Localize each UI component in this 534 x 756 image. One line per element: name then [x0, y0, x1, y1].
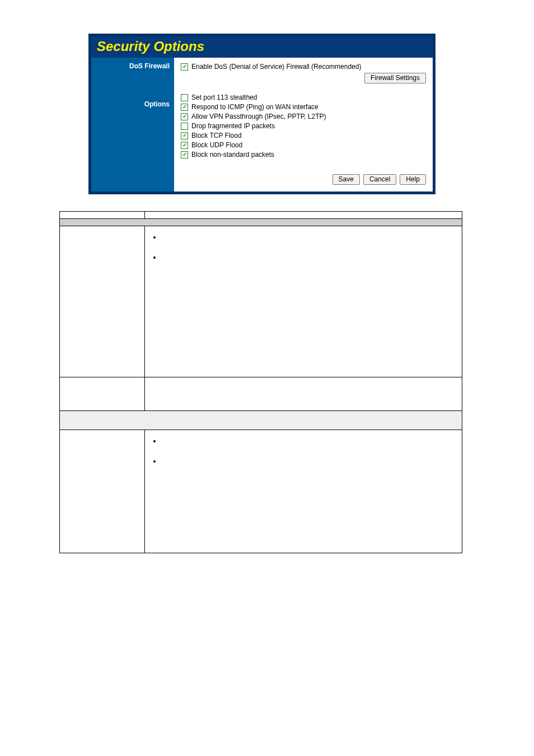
- bullet-item: [162, 457, 457, 466]
- option-checkbox[interactable]: ✓: [181, 132, 188, 139]
- cancel-button[interactable]: Cancel: [363, 174, 396, 185]
- option-label: Drop fragmented IP packets: [191, 122, 275, 130]
- security-options-panel: Security Options DoS Firewall Options ✓ …: [88, 34, 435, 194]
- panel-title: Security Options: [97, 39, 204, 54]
- row-firewall-settings-desc: [145, 377, 462, 411]
- option-checkbox[interactable]: ✓: [181, 113, 188, 120]
- save-button[interactable]: Save: [332, 174, 360, 185]
- table-row: [60, 226, 462, 377]
- row-enable-dos-label: [60, 226, 145, 377]
- col-setting-header: [60, 212, 145, 219]
- bullet-item: [162, 437, 457, 446]
- option-label: Respond to ICMP (Ping) on WAN interface: [191, 103, 318, 111]
- panel-header: Security Options: [91, 36, 433, 58]
- option-checkbox[interactable]: ✓: [181, 142, 188, 149]
- bullet-item: [162, 233, 457, 242]
- help-button[interactable]: Help: [400, 174, 426, 185]
- panel-content: ✓ Enable DoS (Denial of Service) Firewal…: [174, 58, 433, 192]
- col-description-header: [145, 212, 462, 219]
- section-firewall-row: [60, 219, 462, 226]
- option-label: Block non-standard packets: [191, 151, 274, 158]
- table-row: [60, 377, 462, 411]
- bullet-item: [162, 253, 457, 262]
- firewall-settings-button[interactable]: Firewall Settings: [364, 73, 426, 83]
- side-dos-label: DoS Firewall: [91, 62, 170, 70]
- enable-dos-label: Enable DoS (Denial of Service) Firewall …: [191, 63, 361, 71]
- option-checkbox[interactable]: ✓: [181, 94, 188, 101]
- row-firewall-settings-label: [60, 377, 145, 411]
- section-options-label: [60, 411, 462, 430]
- row-respond-icmp-desc: [145, 430, 462, 553]
- table-header-row: [60, 212, 462, 219]
- section-firewall-label: [60, 219, 462, 226]
- table-row: [60, 430, 462, 553]
- section-options-row: [60, 411, 462, 430]
- row-respond-icmp-label: [60, 430, 145, 553]
- option-checkbox[interactable]: ✓: [181, 104, 188, 111]
- option-label: Allow VPN Passthrough (IPsec, PPTP, L2TP…: [191, 113, 326, 120]
- option-checkbox[interactable]: ✓: [181, 123, 188, 130]
- row-enable-dos-desc: [145, 226, 462, 377]
- option-label: Set port 113 stealthed: [191, 94, 257, 101]
- option-label: Block TCP Flood: [191, 132, 242, 139]
- option-checkbox[interactable]: ✓: [181, 151, 188, 158]
- option-label: Block UDP Flood: [191, 141, 242, 149]
- side-labels: DoS Firewall Options: [91, 58, 174, 192]
- settings-description-table: [59, 211, 462, 553]
- enable-dos-checkbox[interactable]: ✓: [181, 63, 188, 71]
- side-options-label: Options: [91, 100, 170, 108]
